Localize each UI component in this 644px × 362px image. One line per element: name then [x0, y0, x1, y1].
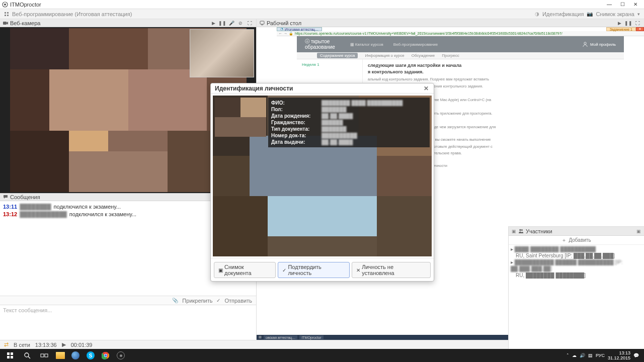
itmoproctor-app[interactable] — [114, 350, 128, 361]
explorer-app[interactable] — [53, 350, 67, 361]
play-icon[interactable]: ▶ — [616, 20, 623, 26]
field-gender-label: Пол: — [271, 106, 321, 113]
field-fio-value: ████████ ████ ██████████ — [321, 100, 403, 106]
tray-onedrive-icon[interactable]: ☁ — [572, 353, 577, 358]
site-header: ⦾ткрытое образование ▦Каталог курсов Веб… — [297, 36, 624, 52]
attach-icon: 📎 — [172, 298, 178, 303]
tray-volume-icon[interactable]: 🔊 — [580, 353, 585, 358]
pause-icon[interactable]: ❚❚ — [219, 20, 226, 26]
webcam-title: Веб-камера — [10, 20, 40, 26]
field-docnum-value: ██████████ — [321, 132, 357, 139]
message-author: ████████████ — [19, 211, 68, 217]
chrome-app[interactable] — [99, 350, 113, 361]
course-subnav: Содержание курса Информация о курсе Обсу… — [297, 52, 624, 59]
windows-taskbar: S ˄ ☁ 🔊 ▤ РУС 13:13 31.12.2015 💬 — [0, 349, 644, 362]
participant-row[interactable]: ▸ ████ ████████ ██████████ — [511, 246, 642, 252]
svg-rect-9 — [11, 352, 13, 355]
tray-clock[interactable]: 13:13 31.12.2015 — [608, 350, 630, 360]
people-icon — [518, 228, 524, 234]
send-icon: ✓ — [216, 298, 220, 303]
app-title: ITMOproctor — [10, 2, 41, 8]
tray-notifications-icon[interactable]: 💬 — [633, 353, 639, 358]
expand-icon[interactable]: ⛶ — [246, 20, 253, 26]
nav-catalog[interactable]: ▦Каталог курсов — [350, 42, 383, 47]
browser-tab-warning[interactable]: Заданиение 1 — [606, 27, 636, 31]
week-link[interactable]: Неделя 1 — [302, 62, 357, 67]
user-icon — [582, 41, 588, 47]
reject-identity-button[interactable]: ✕Личность не установлена — [352, 262, 431, 278]
message-text: подключился к экзамену... — [68, 211, 136, 217]
tray-network-icon[interactable]: ▤ — [588, 353, 593, 358]
snapshot-document-button[interactable]: ▣Снимок документа — [214, 262, 276, 278]
desktop-icon — [260, 21, 265, 26]
expand-icon[interactable]: ▣ — [636, 229, 641, 234]
search-button[interactable] — [19, 349, 35, 362]
site-logo[interactable]: ⦾ткрытое образование — [305, 39, 335, 50]
webcam-header: Веб-камера ▶ ❚❚ 🎤 ⊘ ⛶ — [0, 19, 256, 27]
field-citizen-value: ██████ — [321, 119, 343, 126]
svg-rect-8 — [7, 352, 10, 355]
pause-icon[interactable]: ❚❚ — [625, 20, 632, 26]
mute-icon[interactable]: ⊘ — [237, 20, 244, 26]
camera-icon: 📷 — [587, 11, 593, 17]
svg-point-6 — [519, 229, 521, 231]
mic-icon[interactable]: 🎤 — [228, 20, 235, 26]
browser-addressbar: ← → 🔒 https://courses.openedu.ru/courses… — [277, 31, 644, 36]
participant-row[interactable]: ▸ ███████████ ██████ ██████████ [IP: ██.… — [511, 259, 642, 272]
add-participant-button[interactable]: ＋ Добавить — [509, 236, 644, 245]
tab-progress[interactable]: Прогресс — [442, 53, 459, 58]
browser-url[interactable]: https://courses.openedu.ru/courses/cours… — [295, 32, 562, 35]
nav-profile[interactable]: Мой профиль — [582, 41, 616, 47]
svg-point-1 — [4, 4, 6, 6]
maximize-button[interactable]: ☐ — [616, 1, 629, 9]
desktop-title: Рабочий стол — [267, 20, 301, 26]
minimize-button[interactable]: — — [603, 1, 616, 9]
tab-content[interactable]: Содержание курса — [317, 53, 358, 58]
webcam-icon — [3, 21, 8, 26]
taskview-button[interactable] — [36, 349, 52, 362]
play-icon[interactable]: ▶ — [210, 20, 217, 26]
field-docnum-label: Номер док-та: — [271, 132, 321, 139]
nav-back-icon[interactable]: ← — [279, 32, 282, 35]
screenshot-link[interactable]: Снимок экрана — [596, 11, 634, 17]
close-button[interactable]: ✕ — [629, 1, 642, 9]
nav-course[interactable]: Веб-программирование — [393, 42, 438, 47]
camera-icon: ▣ — [218, 267, 223, 273]
breadcrumb: Веб-программирование (Итоговая аттестаци… — [12, 11, 132, 17]
send-button[interactable]: Отправить — [224, 298, 252, 304]
field-fio-label: ФИО: — [271, 100, 321, 106]
start-button[interactable] — [2, 349, 18, 362]
plus-icon: ＋ — [561, 237, 567, 244]
tab-discussion[interactable]: Обсуждение — [412, 53, 435, 58]
skype-app[interactable]: S — [84, 350, 98, 361]
expand-icon[interactable]: ⛶ — [634, 20, 641, 26]
status-clock: 13:13:36 — [35, 342, 57, 348]
collapse-icon[interactable]: ▣ — [512, 229, 516, 234]
chevron-down-icon[interactable]: ▾ — [637, 12, 640, 17]
attach-button[interactable]: Прикрепить — [182, 298, 212, 304]
field-dob-value: ██.██.████ — [321, 113, 353, 119]
message-input[interactable]: Текст сообщения... — [0, 305, 256, 340]
svg-point-18 — [105, 354, 107, 357]
svg-point-5 — [584, 42, 586, 44]
svg-rect-3 — [260, 21, 264, 24]
taskbar-item: ITMOproctor — [299, 335, 323, 339]
message-text: подключился к экзамену... — [52, 204, 121, 210]
browser-close-tab[interactable]: ✕ — [636, 27, 644, 31]
breadcrumb-bar: Веб-программирование (Итоговая аттестаци… — [0, 9, 644, 19]
field-issued-value: ██.██.████ — [321, 139, 353, 145]
lock-icon: 🔒 — [289, 32, 293, 36]
system-tray[interactable]: ˄ ☁ 🔊 ▤ РУС 13:13 31.12.2015 💬 — [567, 350, 642, 360]
webcam-pip — [190, 29, 254, 77]
identity-image: ФИО:████████ ████ ██████████ Пол:███████… — [213, 96, 432, 256]
svg-rect-4 — [261, 25, 263, 25]
tab-info[interactable]: Информация о курсе — [365, 53, 404, 58]
modal-close-button[interactable]: ✕ — [423, 85, 430, 92]
confirm-identity-button[interactable]: ✓Подтвердить личность — [278, 262, 350, 278]
browser-tab[interactable]: ◔Итоговая аттестац… — [277, 27, 322, 31]
nav-forward-icon[interactable]: → — [284, 32, 287, 35]
tray-lang[interactable]: РУС — [596, 353, 605, 358]
tray-chevron-icon[interactable]: ˄ — [567, 353, 569, 358]
identification-link[interactable]: Идентификация — [542, 11, 584, 17]
edge-app[interactable] — [68, 350, 83, 361]
